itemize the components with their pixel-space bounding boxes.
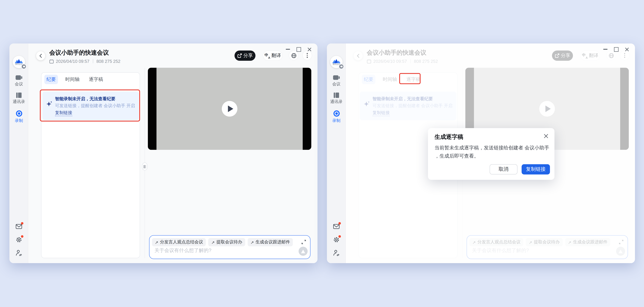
close-icon	[543, 133, 549, 139]
workspace-badge-icon	[21, 64, 26, 69]
cancel-button[interactable]: 取消	[490, 164, 518, 174]
sidebar-item-contacts[interactable]: 通讯录	[10, 92, 28, 105]
brand-label: 腾讯会议	[15, 63, 23, 65]
calendar-icon	[49, 59, 54, 63]
minimize-button[interactable]	[603, 47, 608, 52]
gear-icon	[333, 237, 340, 243]
notes-panel: 纪要 时间轴 逐字稿 智能录制未开启，无法查看纪要 可发送链接，提醒创建者 会议…	[41, 72, 140, 258]
maximize-button[interactable]	[296, 47, 301, 52]
prompt-chip-extract-todos[interactable]: ↗ 提取会议待办	[208, 238, 245, 246]
dialog-close-button[interactable]	[543, 133, 549, 139]
copy-link-action[interactable]: 复制链接	[55, 110, 72, 116]
external-arrow-icon: ↗	[250, 240, 254, 245]
prompt-chip-followup-email[interactable]: ↗ 生成会议跟进邮件	[248, 238, 293, 246]
translate-label: 翻译	[272, 52, 281, 59]
gear-icon	[16, 237, 22, 243]
language-button[interactable]	[289, 50, 298, 60]
expand-chat-button[interactable]	[301, 239, 306, 246]
record-icon	[333, 110, 340, 117]
window-controls	[286, 47, 312, 52]
dialog-title: 生成逐字稿	[434, 133, 463, 141]
record-icon	[16, 110, 22, 117]
user-switch-icon	[16, 250, 22, 256]
meeting-date: 2026/04/10 09:57	[56, 59, 90, 64]
panel-drag-handle[interactable]	[142, 163, 148, 170]
settings-button[interactable]	[333, 237, 340, 243]
close-icon	[307, 47, 312, 51]
notice-description: 可发送链接，提醒创建者 会议小助手 开启	[55, 102, 135, 109]
sparkle-icon	[46, 101, 53, 120]
prompt-chip-label: 生成会议跟进邮件	[256, 239, 290, 245]
sidebar-item-meetings[interactable]: 会议	[327, 75, 346, 87]
external-arrow-icon: ↗	[211, 240, 215, 245]
meeting-meta: 2026/04/10 09:57 808 275 252	[49, 59, 120, 64]
notification-dot	[21, 235, 24, 238]
prompt-chip-label: 提取会议待办	[216, 239, 242, 245]
ai-chat-inputbox: ↗ 分发言人观点总结会议 ↗ 提取会议待办 ↗ 生成会议跟进邮件	[149, 235, 310, 259]
meeting-id: 808 275 252	[96, 59, 120, 64]
prompt-chip-summary-by-speaker[interactable]: ↗ 分发言人观点总结会议	[152, 238, 206, 246]
sidebar-item-label: 会议	[15, 81, 23, 87]
generate-transcript-dialog: 生成逐字稿 当前暂未生成逐字稿，发送链接给创建者 会议小助手 ，生成后即可查看。…	[428, 128, 554, 180]
external-arrow-icon: ↗	[155, 240, 158, 245]
tab-transcript[interactable]: 逐字稿	[87, 75, 105, 84]
send-button[interactable]	[298, 247, 308, 256]
share-label: 分享	[243, 52, 253, 59]
play-button[interactable]	[222, 101, 238, 117]
settings-button[interactable]	[16, 237, 22, 243]
app-sidebar: 腾讯会议 会议 通讯录	[327, 43, 346, 263]
notes-tabs: 纪要 时间轴 逐字稿	[44, 75, 105, 84]
minimize-button[interactable]	[286, 47, 290, 52]
close-button[interactable]	[307, 47, 312, 52]
sidebar-item-label: 通讯录	[330, 99, 342, 105]
workspace-badge-icon	[339, 64, 344, 69]
smart-recording-notice: 智能录制未开启，无法查看纪要 可发送链接，提醒创建者 会议小助手 开启 复制链接	[42, 92, 139, 120]
notification-dot	[338, 235, 341, 238]
tencent-meeting-logo[interactable]: 腾讯会议	[13, 56, 25, 68]
sidebar-item-label: 录制	[15, 118, 23, 124]
sidebar-item-recordings[interactable]: 录制	[327, 110, 346, 124]
inbox-button[interactable]	[333, 223, 340, 230]
back-button[interactable]	[36, 51, 45, 60]
translate-icon: 中 A	[264, 53, 270, 58]
tab-summary[interactable]: 纪要	[44, 75, 58, 84]
globe-icon	[291, 53, 296, 58]
main-content: 会议小助手的快速会议 2026/04/10 09:57 808 275 252 …	[346, 43, 635, 263]
brand-label: 腾讯会议	[332, 63, 340, 65]
main-content: 会议小助手的快速会议 2026/04/10 09:57 808 275 252 …	[28, 43, 318, 263]
user-switch-icon	[333, 250, 340, 256]
expand-icon	[301, 239, 306, 245]
sidebar-item-label: 录制	[332, 118, 340, 124]
notice-title: 智能录制未开启，无法查看纪要	[55, 95, 135, 102]
kebab-menu-icon	[307, 53, 308, 58]
tab-timeline[interactable]: 时间轴	[63, 75, 82, 84]
tencent-meeting-logo[interactable]: 腾讯会议	[330, 56, 342, 68]
chevron-left-icon	[39, 54, 42, 58]
inbox-button[interactable]	[16, 223, 22, 230]
window-controls	[603, 47, 629, 52]
sidebar-item-recordings[interactable]: 录制	[10, 110, 28, 124]
video-letterbox-left	[148, 68, 156, 150]
share-button[interactable]: 分享	[234, 50, 256, 61]
meeting-title: 会议小助手的快速会议	[49, 49, 109, 57]
more-button[interactable]	[302, 50, 312, 60]
maximize-button[interactable]	[614, 47, 618, 52]
app-sidebar: 腾讯会议 会议 通讯录	[10, 43, 28, 263]
prompt-chips: ↗ 分发言人观点总结会议 ↗ 提取会议待办 ↗ 生成会议跟进邮件	[152, 238, 293, 246]
brand-m-icon	[332, 59, 341, 63]
dialog-body-text: 当前暂未生成逐字稿，发送链接给创建者 会议小助手 ，生成后即可查看。	[434, 144, 550, 160]
screenshot-stage: 腾讯会议 会议 通讯录	[0, 0, 644, 307]
camera-icon	[332, 75, 340, 80]
sidebar-item-label: 会议	[332, 81, 340, 87]
camera-icon	[15, 75, 23, 80]
share-icon	[237, 53, 242, 58]
copy-link-button[interactable]: 复制链接	[522, 164, 550, 174]
switch-account-button[interactable]	[16, 250, 22, 256]
sidebar-item-meetings[interactable]: 会议	[10, 75, 28, 87]
sidebar-item-contacts[interactable]: 通讯录	[327, 92, 346, 105]
chat-input[interactable]	[154, 248, 290, 253]
switch-account-button[interactable]	[333, 250, 340, 256]
close-button[interactable]	[624, 47, 629, 52]
translate-button[interactable]: 中 A 翻译	[263, 50, 282, 61]
contacts-book-icon	[16, 92, 22, 98]
